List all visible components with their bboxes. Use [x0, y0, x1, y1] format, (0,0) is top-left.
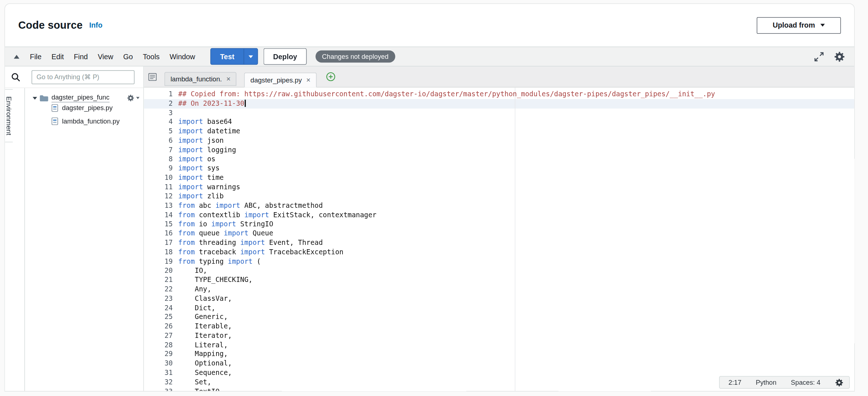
code-line[interactable]: Iterable, — [178, 322, 854, 331]
gutter-line-number[interactable]: 18 — [144, 247, 178, 257]
tree-file-dagster-pipes[interactable]: dagster_pipes.py — [25, 103, 143, 113]
code-line[interactable]: import warnings — [178, 182, 854, 192]
gutter-line-number[interactable]: 23 — [144, 294, 178, 303]
code-line[interactable]: Iterator, — [178, 331, 854, 340]
code-editor[interactable]: 1234567891011121314151617181920212223242… — [144, 88, 854, 391]
close-icon[interactable]: × — [306, 76, 311, 84]
code-line[interactable]: import zlib — [178, 192, 854, 201]
goto-anything-input[interactable] — [32, 70, 135, 84]
code-line[interactable]: IO, — [178, 266, 854, 275]
gutter-line-number[interactable]: 8 — [144, 155, 178, 164]
menu-edit[interactable]: Edit — [46, 52, 69, 61]
code-line[interactable]: from traceback import TracebackException — [178, 247, 854, 257]
gutter-line-number[interactable]: 1 — [144, 90, 178, 99]
code-line[interactable]: from io import StringIO — [178, 220, 854, 229]
gear-icon[interactable] — [835, 378, 844, 387]
code-line[interactable]: from queue import Queue — [178, 229, 854, 238]
menu-window[interactable]: Window — [165, 52, 200, 61]
language-mode[interactable]: Python — [756, 379, 776, 386]
gutter-line-number[interactable]: 16 — [144, 229, 178, 238]
environment-tab[interactable]: Environment — [5, 89, 13, 142]
test-button-label[interactable]: Test — [211, 49, 244, 64]
tree-folder-row[interactable]: dagster_pipes_func — [25, 93, 143, 103]
gutter-line-number[interactable]: 9 — [144, 164, 178, 173]
gutter-line-number[interactable]: 19 — [144, 257, 178, 266]
code-area[interactable]: ## Copied from: https://raw.githubuserco… — [178, 90, 854, 391]
new-tab-icon[interactable] — [326, 72, 336, 81]
gutter-line-number[interactable]: 33 — [144, 387, 178, 391]
tab-list-icon[interactable] — [148, 73, 157, 80]
tab-dagster-pipes[interactable]: dagster_pipes.py × — [244, 73, 317, 88]
menu-find[interactable]: Find — [69, 52, 93, 61]
gutter-line-number[interactable]: 14 — [144, 210, 178, 220]
deploy-button[interactable]: Deploy — [264, 48, 307, 65]
cursor-position[interactable]: 2:17 — [729, 379, 742, 386]
code-line[interactable]: Dict, — [178, 303, 854, 313]
code-line[interactable]: import time — [178, 173, 854, 183]
gutter-line-number[interactable]: 10 — [144, 173, 178, 183]
gutter-line-number[interactable]: 4 — [144, 118, 178, 127]
code-line[interactable]: Any, — [178, 285, 854, 294]
code-line[interactable]: import json — [178, 136, 854, 146]
folder-disclosure-icon[interactable] — [33, 97, 37, 100]
gutter-line-number[interactable]: 11 — [144, 182, 178, 192]
tab-lambda-function[interactable]: lambda_function. × — [165, 72, 237, 86]
code-line[interactable] — [178, 108, 854, 118]
test-button[interactable]: Test — [210, 48, 258, 65]
menu-go[interactable]: Go — [118, 52, 138, 61]
code-line[interactable]: ## Copied from: https://raw.githubuserco… — [178, 90, 854, 99]
gutter-line-number[interactable]: 30 — [144, 359, 178, 368]
gutter-line-number[interactable]: 2 — [144, 99, 178, 108]
menu-tools[interactable]: Tools — [138, 52, 165, 61]
tree-file-lambda-function[interactable]: lambda_function.py — [25, 116, 143, 126]
folder-name[interactable]: dagster_pipes_func — [52, 94, 110, 102]
gutter-line-number[interactable]: 7 — [144, 145, 178, 155]
code-line[interactable]: Optional, — [178, 359, 854, 368]
gutter-line-number[interactable]: 31 — [144, 368, 178, 378]
gutter-line-number[interactable]: 21 — [144, 275, 178, 285]
fullscreen-icon[interactable] — [814, 51, 824, 62]
tree-settings-button[interactable] — [125, 94, 139, 102]
gutter-line-number[interactable]: 6 — [144, 136, 178, 146]
gear-icon[interactable] — [833, 50, 845, 62]
close-icon[interactable]: × — [226, 75, 231, 82]
gutter-line-number[interactable]: 12 — [144, 192, 178, 201]
gutter-line-number[interactable]: 17 — [144, 238, 178, 248]
search-icon[interactable] — [11, 72, 20, 82]
code-line[interactable]: import datetime — [178, 127, 854, 136]
gutter-line-number[interactable]: 26 — [144, 322, 178, 331]
gutter-line-number[interactable]: 24 — [144, 303, 178, 313]
code-line[interactable]: from abc import ABC, abstractmethod — [178, 201, 854, 211]
gutter-line-number[interactable]: 5 — [144, 127, 178, 136]
gutter-line-number[interactable]: 29 — [144, 349, 178, 359]
collapse-panel-icon[interactable] — [14, 54, 19, 58]
code-line[interactable]: import os — [178, 155, 854, 164]
code-line[interactable]: import sys — [178, 164, 854, 173]
menu-view[interactable]: View — [93, 52, 118, 61]
gutter-line-number[interactable]: 15 — [144, 220, 178, 229]
gutter-line-number[interactable]: 20 — [144, 266, 178, 275]
gutter-line-number[interactable]: 22 — [144, 285, 178, 294]
gutter-line-number[interactable]: 27 — [144, 331, 178, 340]
code-line[interactable]: Generic, — [178, 312, 854, 322]
code-line[interactable]: Mapping, — [178, 349, 854, 359]
code-line[interactable]: import logging — [178, 145, 854, 155]
gutter-line-number[interactable]: 28 — [144, 340, 178, 350]
gutter-line-number[interactable]: 3 — [144, 108, 178, 118]
upload-from-button[interactable]: Upload from — [757, 17, 841, 33]
gutter-line-number[interactable]: 32 — [144, 377, 178, 387]
code-line[interactable]: Literal, — [178, 340, 854, 350]
code-line[interactable]: ClassVar, — [178, 294, 854, 303]
code-line[interactable]: from threading import Event, Thread — [178, 238, 854, 248]
code-line[interactable]: ## On 2023-11-30 — [178, 99, 854, 108]
gutter-line-number[interactable]: 25 — [144, 312, 178, 322]
menu-file[interactable]: File — [25, 52, 46, 61]
code-line[interactable]: from typing import ( — [178, 257, 854, 266]
info-link[interactable]: Info — [89, 21, 102, 29]
code-line[interactable]: TYPE_CHECKING, — [178, 275, 854, 285]
code-line[interactable]: import base64 — [178, 118, 854, 127]
indent-setting[interactable]: Spaces: 4 — [791, 379, 820, 386]
gutter-line-number[interactable]: 13 — [144, 201, 178, 211]
code-line[interactable]: from contextlib import ExitStack, contex… — [178, 210, 854, 220]
test-dropdown-button[interactable] — [244, 49, 257, 64]
